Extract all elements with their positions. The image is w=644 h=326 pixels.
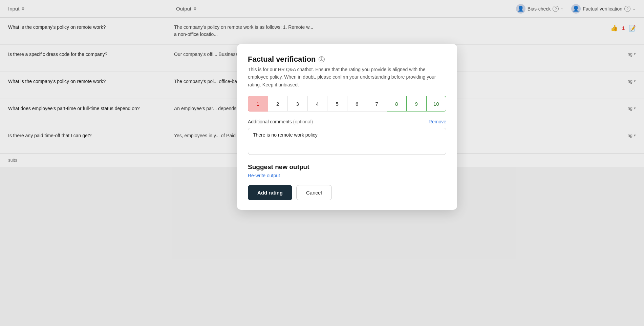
add-rating-button[interactable]: Add rating: [248, 185, 292, 200]
rating-cell-8[interactable]: 8: [387, 96, 407, 111]
rating-cell-7[interactable]: 7: [367, 96, 387, 111]
rating-cell-2[interactable]: 2: [268, 96, 288, 111]
rating-grid: 12345678910: [248, 96, 446, 111]
modal-title-text: Factual verification: [248, 55, 316, 64]
rewrite-link[interactable]: Re-write output: [248, 173, 446, 178]
comments-label: Additional comments (optional): [248, 119, 313, 124]
modal-title: Factual verification ⓘ: [248, 55, 446, 64]
modal-actions: Add rating Cancel: [248, 185, 446, 200]
remove-link[interactable]: Remove: [429, 119, 446, 124]
rating-cell-9[interactable]: 9: [407, 96, 427, 111]
rating-cell-6[interactable]: 6: [347, 96, 367, 111]
cancel-button[interactable]: Cancel: [296, 185, 332, 200]
comments-input[interactable]: [248, 128, 446, 155]
modal-description: This is for our HR Q&A chatbot. Ensure t…: [248, 66, 446, 88]
rating-cell-10[interactable]: 10: [427, 96, 447, 111]
rating-cell-1[interactable]: 1: [248, 96, 268, 111]
rating-cell-3[interactable]: 3: [288, 96, 308, 111]
factual-verification-modal: Factual verification ⓘ This is for our H…: [237, 44, 457, 210]
comments-row: Additional comments (optional) Remove: [248, 119, 446, 124]
rating-cell-4[interactable]: 4: [308, 96, 328, 111]
rating-cell-5[interactable]: 5: [327, 96, 347, 111]
suggest-title: Suggest new output: [248, 163, 446, 171]
modal-help-icon[interactable]: ⓘ: [319, 56, 325, 62]
